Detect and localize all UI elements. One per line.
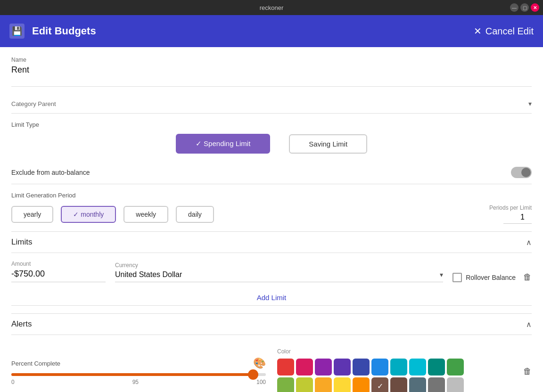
slider-fill	[11, 373, 253, 376]
limit-type-row: ✓ Spending Limit Saving Limit	[11, 134, 532, 154]
color-swatch[interactable]	[390, 359, 407, 376]
spending-limit-button[interactable]: ✓ Spending Limit	[176, 134, 270, 154]
slider-mid: 95	[132, 379, 139, 385]
color-swatch[interactable]	[315, 377, 332, 392]
rollover-balance-label: Rollover Balance	[466, 274, 516, 281]
currency-label: Currency	[115, 262, 443, 269]
limit-type-label: Limit Type	[11, 121, 532, 128]
alert-delete-icon[interactable]: 🗑	[523, 367, 532, 376]
category-parent-arrow-icon: ▾	[528, 100, 532, 107]
spending-limit-check-icon: ✓	[196, 139, 204, 147]
category-parent-label: Category Parent	[11, 100, 56, 107]
color-swatch[interactable]	[296, 359, 313, 376]
exclude-auto-balance-toggle[interactable]	[511, 167, 532, 178]
color-swatch[interactable]	[409, 377, 426, 392]
category-parent-dropdown[interactable]: Category Parent ▾	[11, 94, 532, 114]
color-swatch[interactable]	[296, 377, 313, 392]
limits-chevron-icon: ∧	[526, 238, 532, 247]
color-swatch[interactable]	[277, 377, 294, 392]
limit-generation-period-group: Limit Generation Period yearly ✓ monthly…	[11, 192, 532, 224]
close-button[interactable]: ✕	[531, 3, 539, 12]
cancel-edit-label: Cancel Edit	[485, 26, 534, 37]
color-swatch[interactable]	[447, 359, 464, 376]
color-swatch[interactable]	[371, 359, 388, 376]
period-row: yearly ✓ monthly weekly daily Periods pe…	[11, 204, 532, 224]
limit-type-group: Limit Type ✓ Spending Limit Saving Limit	[11, 121, 532, 154]
amount-value[interactable]: -$750.00	[11, 269, 106, 282]
slider-max: 100	[256, 379, 266, 385]
cancel-edit-button[interactable]: ✕ Cancel Edit	[474, 25, 534, 37]
alerts-section: Alerts ∧ Percent Complete 🎨 0 95	[11, 313, 532, 392]
color-swatch[interactable]	[353, 377, 370, 392]
color-swatch[interactable]	[315, 359, 332, 376]
amount-field: Amount -$750.00	[11, 261, 106, 282]
currency-arrow-icon: ▾	[440, 271, 443, 278]
color-section: Color ✓	[277, 348, 508, 392]
color-swatch[interactable]: ✓	[371, 377, 388, 392]
amount-label: Amount	[11, 261, 106, 267]
page-title: Edit Budgets	[32, 25, 474, 37]
monthly-check-icon: ✓	[73, 211, 81, 218]
alerts-chevron-icon: ∧	[526, 320, 532, 329]
save-icon: 💾	[9, 24, 25, 39]
cancel-x-icon: ✕	[474, 25, 482, 37]
slider-group: Percent Complete 🎨 0 95 100	[11, 357, 266, 385]
slider-wrap	[11, 373, 266, 376]
currency-select[interactable]: United States Dollar ▾	[115, 270, 443, 282]
name-value[interactable]: Rent	[11, 65, 532, 79]
currency-value: United States Dollar	[115, 270, 440, 279]
period-weekly-button[interactable]: weekly	[123, 206, 168, 223]
period-daily-button[interactable]: daily	[176, 206, 214, 223]
limits-section-title: Limits	[11, 237, 32, 247]
name-label: Name	[11, 57, 532, 63]
color-label: Color	[277, 348, 508, 355]
slider-thumb[interactable]	[248, 369, 258, 380]
rollover-balance-checkbox[interactable]	[452, 273, 462, 282]
main-content: Name Rent Category Parent ▾ Limit Type ✓…	[0, 47, 543, 392]
alerts-section-title: Alerts	[11, 319, 32, 329]
color-swatch[interactable]	[334, 359, 351, 376]
name-field-group: Name Rent	[11, 57, 532, 79]
limit-generation-period-label: Limit Generation Period	[11, 192, 532, 199]
color-grid: ✓	[277, 359, 508, 392]
palette-icon[interactable]: 🎨	[253, 357, 266, 369]
currency-field: Currency United States Dollar ▾	[115, 262, 443, 282]
saving-limit-button[interactable]: Saving Limit	[289, 134, 367, 154]
color-swatch[interactable]	[277, 359, 294, 376]
color-swatch[interactable]	[428, 359, 445, 376]
title-bar: reckoner — ▢ ✕	[0, 0, 543, 15]
alert-row: Percent Complete 🎨 0 95 100 Color	[11, 348, 532, 392]
app-title: reckoner	[260, 4, 284, 11]
slider-top: Percent Complete 🎨	[11, 357, 266, 369]
color-swatch[interactable]	[353, 359, 370, 376]
percent-complete-label: Percent Complete	[11, 360, 60, 367]
color-swatch[interactable]	[447, 377, 464, 392]
window-controls: — ▢ ✕	[510, 3, 539, 12]
name-divider	[11, 86, 532, 87]
limit-delete-icon[interactable]: 🗑	[523, 272, 532, 282]
period-yearly-button[interactable]: yearly	[11, 206, 53, 223]
limits-row: Amount -$750.00 Currency United States D…	[11, 261, 532, 282]
minimize-button[interactable]: —	[510, 3, 518, 12]
periods-per-limit-input[interactable]	[503, 213, 532, 224]
exclude-auto-balance-label: Exclude from auto-balance	[11, 169, 90, 176]
limits-section-header[interactable]: Limits ∧	[11, 231, 532, 253]
color-swatch[interactable]	[409, 359, 426, 376]
app-header: 💾 Edit Budgets ✕ Cancel Edit	[0, 15, 543, 47]
add-limit-link[interactable]: Add Limit	[11, 290, 532, 306]
alerts-section-header[interactable]: Alerts ∧	[11, 313, 532, 335]
color-swatch[interactable]	[390, 377, 407, 392]
periods-per-limit-label: Periods per Limit	[489, 204, 532, 211]
rollover-balance-group: Rollover Balance 🗑	[452, 272, 532, 282]
period-monthly-button[interactable]: ✓ monthly	[61, 206, 116, 223]
exclude-auto-balance-row: Exclude from auto-balance	[11, 161, 532, 184]
slider-min: 0	[11, 379, 15, 385]
periods-per-limit-group: Periods per Limit	[222, 204, 532, 224]
color-swatch[interactable]	[334, 377, 351, 392]
maximize-button[interactable]: ▢	[520, 3, 529, 12]
color-swatch[interactable]	[428, 377, 445, 392]
alerts-content: Percent Complete 🎨 0 95 100 Color	[11, 343, 532, 392]
slider-ticks: 0 95 100	[11, 379, 266, 385]
